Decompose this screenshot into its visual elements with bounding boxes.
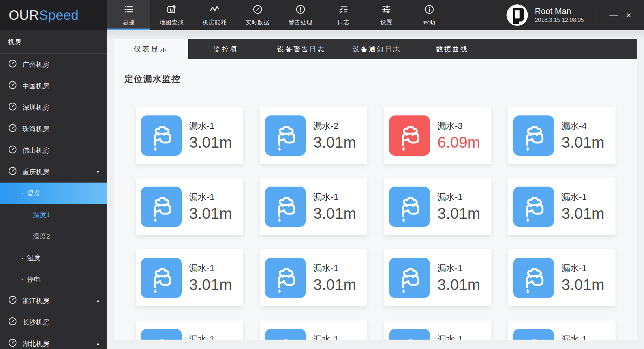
energy-pulse-icon	[210, 4, 220, 16]
sensor-card[interactable]: 漏水-1 3.01m	[136, 320, 243, 340]
sidebar-item-label: 温度	[27, 189, 41, 198]
tab-device-alert-log[interactable]: 设备警告日志	[264, 39, 339, 59]
sensor-card[interactable]: 漏水-1 3.01m	[508, 249, 615, 306]
caret-up-icon[interactable]: ▲	[96, 341, 100, 346]
card-text: 漏水-1 3.01m	[189, 262, 232, 294]
card-text: 漏水-1 3.01m	[437, 334, 480, 340]
nav-item-logs[interactable]: 日志	[322, 0, 365, 30]
faucet-icon	[141, 187, 182, 227]
sensor-card[interactable]: 漏水-1 3.01m	[384, 249, 491, 306]
map-search-icon	[167, 4, 177, 16]
sidebar-item-shenzhen[interactable]: 深圳机房	[0, 97, 107, 118]
sidebar-item-zhejiang[interactable]: 浙江机房 ▲	[0, 290, 107, 311]
tab-monitor-items[interactable]: 监控项	[188, 39, 264, 59]
nav-item-map-search[interactable]: 地图查找	[150, 0, 193, 30]
sidebar-item-label: 深圳机房	[22, 103, 49, 112]
help-info-icon	[424, 4, 434, 16]
card-text: 漏水-1 3.01m	[189, 334, 232, 340]
card-text: 漏水-3 6.09m	[437, 120, 480, 151]
close-button[interactable]: ×	[621, 0, 636, 30]
sidebar-item-label: 珠海机房	[22, 124, 49, 134]
nav-item-alerts[interactable]: 警告处理	[279, 0, 322, 30]
sensor-label: 漏水-1	[437, 191, 480, 203]
nav-label: 帮助	[423, 18, 435, 26]
gauge-icon	[8, 81, 17, 91]
nav-label: 日志	[337, 18, 350, 26]
sensor-card[interactable]: 漏水-1 3.01m	[136, 178, 243, 235]
minimize-button[interactable]: —	[606, 0, 621, 30]
sidebar-item-chongqing[interactable]: 重庆机房 ▼	[0, 161, 107, 183]
caret-up-icon[interactable]: ▲	[96, 298, 100, 303]
sidebar-item-label: 停电	[27, 275, 41, 284]
bullet-icon: ·	[21, 254, 24, 261]
sensor-card[interactable]: 漏水-1 3.01m	[260, 178, 367, 235]
sidebar-item-guangzhou[interactable]: 广州机房	[0, 54, 107, 75]
sensor-card[interactable]: 漏水-1 3.01m	[136, 107, 243, 164]
sensor-card[interactable]: 漏水-1 3.01m	[384, 178, 491, 235]
alert-circle-icon	[296, 4, 306, 16]
sidebar-item-temperature1[interactable]: 温度1	[0, 204, 107, 226]
tab-device-notice-log[interactable]: 设备通知日志	[339, 39, 415, 59]
nav-item-energy[interactable]: 机房能耗	[193, 0, 236, 30]
overview-list-icon	[124, 4, 134, 16]
nav-label: 设置	[380, 18, 392, 26]
faucet-icon	[389, 258, 430, 298]
sensor-card[interactable]: 漏水-2 3.01m	[260, 107, 367, 164]
sensor-value: 6.09m	[437, 133, 480, 151]
card-text: 漏水-1 3.01m	[189, 120, 232, 151]
nav-item-overview[interactable]: 总揽	[107, 0, 150, 30]
sidebar-item-label: 湖北机房	[22, 339, 49, 348]
sidebar-item-label: 温度1	[33, 210, 50, 219]
avatar[interactable]	[506, 4, 528, 26]
faucet-icon	[513, 115, 554, 156]
nav-item-realtime[interactable]: 实时数据	[236, 0, 279, 30]
tab-gauge-display[interactable]: 仪表显示	[114, 39, 188, 59]
card-text: 漏水-1 3.01m	[313, 262, 356, 294]
sidebar-item-foshan[interactable]: 佛山机房	[0, 140, 107, 161]
card-text: 漏水-1 3.01m	[437, 191, 480, 222]
sensor-card[interactable]: 漏水-1 3.01m	[260, 320, 367, 340]
sidebar-item-zhongguo[interactable]: 中国机房	[0, 75, 107, 97]
sidebar-item-label: 长沙机房	[22, 318, 49, 327]
sidebar-item-changsha[interactable]: 长沙机房	[0, 311, 107, 333]
faucet-icon	[389, 329, 430, 340]
card-text: 漏水-1 3.01m	[561, 262, 604, 294]
nav-item-settings[interactable]: 设置	[365, 0, 408, 30]
sensor-label: 漏水-1	[189, 191, 232, 203]
sensor-card-alarm[interactable]: 漏水-3 6.09m	[384, 107, 491, 164]
sidebar-item-hubei[interactable]: 湖北机房 ▲	[0, 333, 107, 349]
user-text: Root Man 2018.3.15 12:08:05	[535, 6, 584, 24]
faucet-icon	[265, 187, 306, 227]
sensor-card[interactable]: 漏水-4 3.01m	[508, 107, 615, 164]
sidebar-item-power-outage[interactable]: · 停电	[0, 268, 107, 290]
gauge-icon	[8, 338, 17, 349]
gauge-icon	[8, 295, 17, 306]
sidebar-item-temperature2[interactable]: 温度2	[0, 226, 107, 247]
sensor-card[interactable]: 漏水-1 3.01m	[260, 249, 367, 306]
faucet-icon	[513, 187, 554, 227]
sensor-label: 漏水-1	[561, 334, 604, 340]
sensor-card[interactable]: 漏水-1 3.01m	[136, 249, 243, 306]
sensor-value: 3.01m	[561, 276, 604, 294]
sensor-label: 漏水-1	[437, 262, 480, 274]
tab-bar: 仪表显示 监控项 设备警告日志 设备通知日志 数据曲线	[114, 39, 637, 59]
faucet-icon	[141, 329, 182, 340]
avatar-logo-icon	[506, 4, 528, 26]
sidebar-item-temperature[interactable]: · 温度	[0, 183, 107, 204]
sensor-card[interactable]: 漏水-1 3.01m	[384, 320, 491, 340]
sidebar-item-label: 佛山机房	[22, 146, 49, 155]
nav-item-help[interactable]: 帮助	[408, 0, 451, 30]
bullet-icon: ·	[21, 276, 24, 283]
sensor-label: 漏水-3	[437, 120, 480, 132]
sensor-card[interactable]: 漏水-1 3.01m	[508, 178, 615, 235]
sidebar-item-humidity[interactable]: · 湿度	[0, 247, 107, 268]
sidebar-item-zhuhai[interactable]: 珠海机房	[0, 118, 107, 140]
tab-data-curve[interactable]: 数据曲线	[415, 39, 490, 59]
sensor-card[interactable]: 漏水-1 3.01m	[508, 320, 615, 340]
datetime: 2018.3.15 12:08:05	[535, 16, 584, 24]
logo-text-speed: Speed	[39, 8, 78, 23]
bullet-icon: ·	[21, 190, 24, 197]
caret-down-icon[interactable]: ▼	[96, 169, 100, 174]
divider	[596, 7, 596, 23]
faucet-icon	[513, 258, 554, 298]
